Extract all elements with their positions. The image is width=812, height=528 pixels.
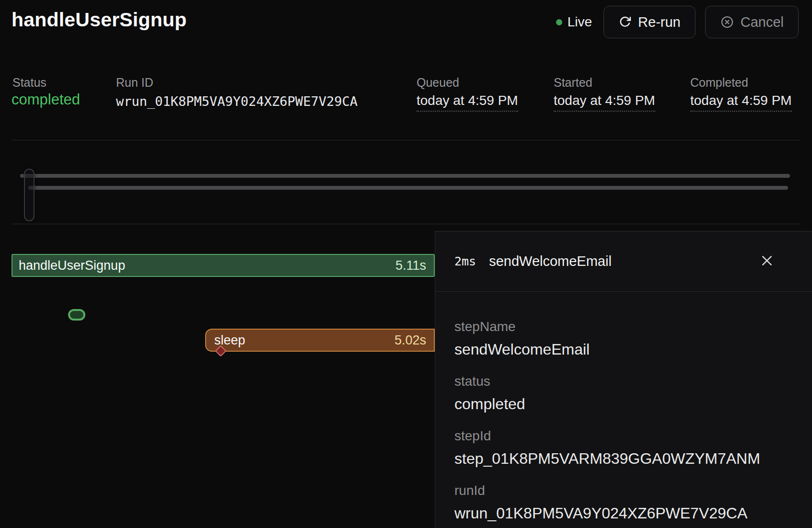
completed-label: Completed (690, 76, 748, 90)
workflow-run-page: handleUserSignup Live Re-run Cancel (0, 0, 812, 528)
field-value: sendWelcomeEmail (454, 340, 793, 359)
circle-x-icon (720, 15, 734, 29)
live-dot-icon (556, 19, 562, 25)
workflow-span-duration: 5.11s (395, 258, 426, 273)
queued-value[interactable]: today at 4:59 PM (417, 93, 518, 112)
close-icon (759, 253, 775, 270)
field-step-id: stepId step_01K8PM5VARM839GGA0WZYM7ANM (454, 428, 793, 468)
workflow-span-label: handleUserSignup (19, 258, 125, 273)
timeline-span-sleep[interactable]: sleep 5.02s (205, 329, 435, 352)
minimap-workflow-bar[interactable] (20, 174, 790, 178)
field-label: runId (454, 482, 793, 499)
minimap-sleep-bar[interactable] (28, 186, 788, 190)
step-pill-marker[interactable] (68, 309, 85, 321)
step-detail-body: stepName sendWelcomeEmail status complet… (435, 292, 812, 528)
minimap-scrub-handle[interactable] (24, 169, 35, 221)
header-actions: Live Re-run Cancel (556, 6, 799, 38)
rerun-button[interactable]: Re-run (603, 6, 696, 38)
field-value: completed (454, 394, 793, 413)
step-detail-title: sendWelcomeEmail (489, 253, 756, 269)
field-label: stepName (454, 319, 793, 335)
step-duration-badge: 2ms (454, 254, 476, 268)
refresh-icon (618, 15, 632, 29)
field-label: stepId (454, 428, 793, 444)
field-label: status (454, 373, 793, 390)
close-panel-button[interactable] (756, 251, 777, 272)
sleep-span-duration: 5.02s (394, 333, 426, 348)
cancel-button-label: Cancel (741, 14, 784, 30)
page-title: handleUserSignup (12, 9, 186, 31)
sleep-span-label: sleep (214, 333, 245, 348)
step-detail-panel: 2ms sendWelcomeEmail stepName sendWelcom… (435, 231, 812, 528)
started-label: Started (554, 76, 592, 90)
field-status: status completed (454, 373, 793, 413)
live-label: Live (568, 14, 592, 30)
run-id-value: wrun_01K8PM5VA9Y024XZ6PWE7V29CA (116, 94, 358, 109)
queued-label: Queued (417, 76, 459, 90)
live-indicator: Live (556, 14, 592, 30)
run-id-label: Run ID (116, 76, 153, 90)
cancel-button[interactable]: Cancel (705, 6, 799, 38)
field-value: step_01K8PM5VARM839GGA0WZYM7ANM (454, 449, 793, 468)
status-label: Status (12, 76, 46, 90)
rerun-button-label: Re-run (638, 14, 681, 30)
field-step-name: stepName sendWelcomeEmail (454, 319, 793, 359)
status-value: completed (12, 91, 80, 108)
completed-value[interactable]: today at 4:59 PM (690, 93, 792, 112)
started-value[interactable]: today at 4:59 PM (554, 93, 655, 112)
timeline-divider (12, 224, 800, 224)
field-run-id: runId wrun_01K8PM5VA9Y024XZ6PWE7V29CA (454, 482, 793, 523)
timeline-span-workflow[interactable]: handleUserSignup 5.11s (12, 254, 435, 277)
field-value: wrun_01K8PM5VA9Y024XZ6PWE7V29CA (454, 504, 793, 523)
step-detail-header: 2ms sendWelcomeEmail (435, 231, 812, 292)
header-divider (12, 140, 800, 140)
